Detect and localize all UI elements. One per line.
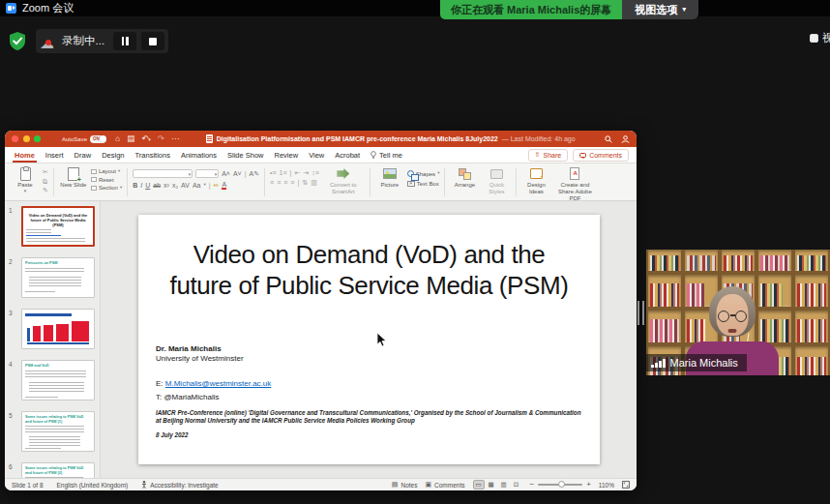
view-options-button[interactable]: 视图选项 ▾ xyxy=(622,0,698,19)
thumbnail-slide-4[interactable]: 4 PSM and VoD xyxy=(9,360,100,400)
reading-view-button[interactable]: ▥ xyxy=(498,480,510,489)
tab-design[interactable]: Design xyxy=(102,147,124,163)
recording-controls: ☁ 录制中... xyxy=(8,29,168,53)
bullets-icon[interactable]: •≡ xyxy=(270,169,277,176)
tab-acrobat[interactable]: Acrobat xyxy=(335,147,360,163)
presence-share-icon[interactable] xyxy=(621,135,630,143)
comments-button[interactable]: Comments xyxy=(573,149,629,162)
text-box-button[interactable]: AText Box xyxy=(407,181,440,187)
increase-indent-icon[interactable]: ⇥ xyxy=(303,169,309,176)
picture-button[interactable]: Picture xyxy=(375,166,404,189)
fit-to-window-icon[interactable] xyxy=(622,481,630,489)
align-center-icon[interactable]: ≡ xyxy=(277,179,281,186)
increase-font-icon[interactable]: A˄ xyxy=(222,170,230,177)
close-window-button[interactable] xyxy=(12,135,18,142)
redo-icon[interactable]: ↷ xyxy=(158,134,164,143)
normal-view-button[interactable]: ▭ xyxy=(473,480,485,489)
tab-draw[interactable]: Draw xyxy=(74,147,92,163)
tab-animations[interactable]: Animations xyxy=(181,147,217,163)
highlight-color-button[interactable]: ✏ xyxy=(214,182,220,189)
stop-recording-button[interactable] xyxy=(141,32,164,50)
zoom-window-button[interactable] xyxy=(34,135,41,142)
more-commands-icon[interactable]: ⋯ xyxy=(171,134,180,143)
italic-button[interactable]: I xyxy=(140,182,142,189)
slide-sorter-view-button[interactable]: ▦ xyxy=(486,480,497,489)
change-case-button[interactable]: Aa xyxy=(193,182,201,189)
autosave-toggle[interactable]: ON xyxy=(90,135,106,143)
pause-recording-button[interactable] xyxy=(113,32,136,50)
justify-icon[interactable]: ≡ xyxy=(290,179,294,186)
format-painter-icon[interactable]: ✎ xyxy=(43,187,48,193)
paste-button[interactable]: Paste▾ xyxy=(11,166,40,193)
zoom-slider[interactable] xyxy=(538,484,582,486)
arrange-button[interactable]: Arrange xyxy=(450,166,479,189)
document-title-area: Digitalisation Platformisation and PSM I… xyxy=(206,134,576,143)
design-ideas-button[interactable]: Design Ideas xyxy=(521,166,550,195)
undo-icon[interactable]: ↶▾ xyxy=(141,134,151,143)
font-color-button[interactable]: A xyxy=(222,181,226,190)
security-shield-icon[interactable] xyxy=(8,31,27,51)
char-spacing-button[interactable]: AV xyxy=(181,182,190,189)
tab-home[interactable]: Home xyxy=(15,147,35,163)
clear-formatting-icon[interactable]: A✎ xyxy=(250,170,260,177)
new-slide-button[interactable]: New Slide xyxy=(59,166,88,189)
cut-icon[interactable]: ✂ xyxy=(43,168,48,175)
save-icon[interactable]: ▤ xyxy=(127,134,134,143)
notes-button[interactable]: ▤Notes xyxy=(392,481,418,489)
layout-button[interactable]: Layout▾ xyxy=(91,168,122,174)
tab-slide-show[interactable]: Slide Show xyxy=(227,147,264,163)
email-link[interactable]: M.Michalis@westminster.ac.uk xyxy=(165,379,271,388)
subscript-button[interactable]: x₂ xyxy=(172,182,178,189)
thumbnail-slide-6[interactable]: 6 Some issues relating to PSM VoD and fu… xyxy=(9,462,100,478)
clipboard-icon xyxy=(20,167,31,181)
clipped-view-control[interactable]: 视 xyxy=(810,31,830,45)
tab-tell-me[interactable]: Tell me xyxy=(371,147,402,163)
comments-statusbar-button[interactable]: ▣Comments xyxy=(425,481,464,489)
zoom-slider-knob[interactable] xyxy=(558,481,565,488)
font-name-select[interactable] xyxy=(133,169,193,178)
align-left-icon[interactable]: ≡ xyxy=(270,179,274,186)
accessibility-status[interactable]: Accessibility: Investigate xyxy=(141,481,218,489)
panel-resize-handle[interactable] xyxy=(637,301,644,325)
shapes-button[interactable]: Shapes▾ xyxy=(407,170,440,177)
search-icon[interactable] xyxy=(605,135,612,143)
home-icon[interactable]: ⌂ xyxy=(115,134,120,143)
bold-button[interactable]: B xyxy=(133,182,137,189)
copy-icon[interactable]: ⧉ xyxy=(43,178,48,185)
thumbnail-slide-3[interactable]: 3 xyxy=(9,309,100,349)
thumbnail-slide-5[interactable]: 5 Some issues relating to PSM VoD and fu… xyxy=(9,411,100,452)
thumbnail-slide-1[interactable]: 1 Video on Demand (VoD) and the future o… xyxy=(9,206,100,247)
tab-view[interactable]: View xyxy=(309,147,324,163)
minimize-window-button[interactable] xyxy=(23,135,30,142)
convert-smartart-button[interactable]: Convert to SmartArt xyxy=(322,166,365,195)
quick-styles-button[interactable]: Quick Styles xyxy=(482,166,511,195)
participant-video-tile[interactable]: Maria Michalis xyxy=(646,250,830,375)
zoom-out-button[interactable]: − xyxy=(530,481,535,489)
slide-canvas[interactable]: Video on Demand (VoD) and the future of … xyxy=(138,215,600,464)
slideshow-view-button[interactable]: ⊡ xyxy=(511,480,522,489)
zoom-percentage[interactable]: 110% xyxy=(599,482,614,489)
tab-review[interactable]: Review xyxy=(275,147,299,163)
text-direction-icon[interactable]: ⇅ xyxy=(302,179,308,186)
share-button[interactable]: ⇧Share xyxy=(528,149,569,162)
superscript-button[interactable]: x² xyxy=(163,182,169,189)
line-spacing-icon[interactable]: ↕≡ xyxy=(311,169,319,176)
decrease-indent-icon[interactable]: ⇤ xyxy=(294,169,300,176)
create-pdf-button[interactable]: Create and Share Adobe PDF xyxy=(553,166,596,201)
last-modified[interactable]: — Last Modified: 4h ago xyxy=(502,135,576,142)
reset-button[interactable]: Reset xyxy=(91,177,122,183)
language-button[interactable]: English (United Kingdom) xyxy=(57,482,129,489)
underline-button[interactable]: U xyxy=(145,182,150,189)
zoom-in-button[interactable]: + xyxy=(586,481,591,489)
tab-insert[interactable]: Insert xyxy=(45,147,64,163)
tab-transitions[interactable]: Transitions xyxy=(134,147,169,163)
decrease-font-icon[interactable]: A˅ xyxy=(233,170,242,177)
font-size-select[interactable] xyxy=(195,169,219,178)
thumbnail-slide-2[interactable]: 2 Pressures on PSM xyxy=(9,257,100,298)
section-button[interactable]: Section▾ xyxy=(91,185,122,191)
numbering-icon[interactable]: 1≡ xyxy=(280,169,287,176)
columns-icon[interactable]: ▥ xyxy=(311,179,317,186)
strikethrough-button[interactable]: ab xyxy=(153,182,161,189)
slide-editor-area: Video on Demand (VoD) and the future of … xyxy=(101,201,637,478)
align-right-icon[interactable]: ≡ xyxy=(283,179,287,186)
